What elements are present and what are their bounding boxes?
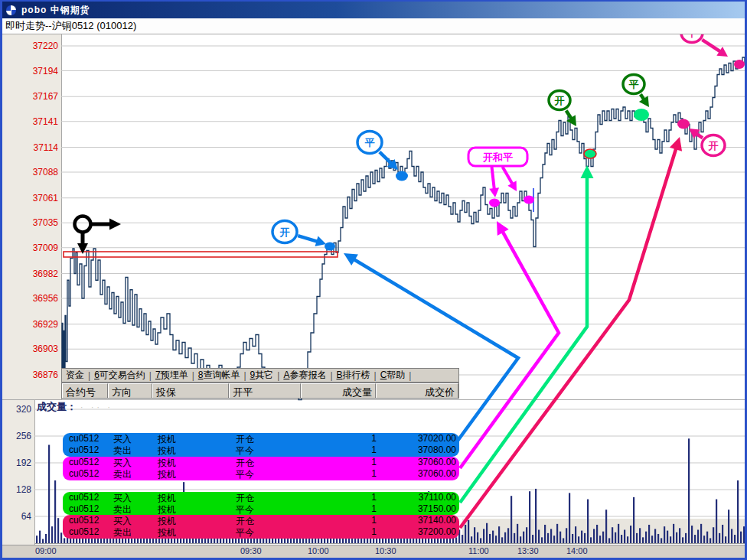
menu-item-9[interactable]: 9其它: [246, 369, 278, 382]
col-header-volume: 成交量: [301, 383, 376, 398]
volume-bar: [605, 510, 607, 543]
volume-bar: [648, 525, 650, 543]
cell-price: 37060.00: [390, 468, 456, 479]
table-row[interactable]: cu0512 买入 投机 开仓 1 37020.00: [63, 433, 459, 444]
price-axis-label: 36929: [5, 319, 58, 330]
cell-volume: 1: [323, 492, 377, 503]
cell-contract: cu0512: [69, 515, 99, 526]
price-axis-label: 37061: [5, 193, 58, 203]
volume-bar: [544, 525, 546, 543]
table-row[interactable]: cu0512 卖出 投机 平今 1 37200.00: [63, 526, 459, 538]
volume-bar: [694, 535, 696, 543]
cell-volume: 1: [323, 457, 377, 467]
volume-bar: [639, 528, 641, 543]
cell-price: 37200.00: [390, 526, 456, 537]
trade-menu-bar: 资金|6可交易合约|7预埋单|8查询帐单|9其它|A参赛报名|B排行榜|C帮助|: [61, 368, 459, 383]
volume-bar: [553, 536, 555, 543]
volume-bar: [697, 530, 699, 544]
volume-bar: [624, 530, 625, 544]
volume-bar: [578, 536, 579, 543]
price-axis-label: 37141: [5, 116, 58, 127]
volume-bar: [621, 535, 622, 543]
menu-item-资金[interactable]: 资金: [62, 369, 88, 382]
cell-volume: 1: [323, 503, 377, 514]
volume-bar: [602, 532, 604, 543]
volume-bar: [661, 538, 662, 543]
price-axis-label: 36956: [5, 293, 58, 304]
volume-bar: [532, 535, 533, 543]
app-window: pobo 中钢期货 即时走势--沪铜0512 (010012) 成交量： · ·…: [0, 0, 747, 560]
menu-item-A[interactable]: A参赛报名: [279, 369, 330, 382]
volume-bar: [529, 491, 530, 543]
cell-contract: cu0512: [69, 492, 99, 503]
volume-bar: [593, 529, 595, 543]
volume-bar: [596, 525, 598, 543]
volume-axis-label: 128: [3, 484, 31, 495]
volume-bar: [345, 538, 347, 543]
table-row[interactable]: cu0512 卖出 投机 平今 1 37080.00: [63, 444, 459, 456]
trade-row-group-green: cu0512 买入 投机 开仓 1 37110.00 cu0512 卖出 投机 …: [63, 492, 459, 515]
volume-bar: [612, 527, 613, 543]
volume-bar: [535, 489, 537, 543]
volume-bar: [465, 525, 466, 543]
table-row[interactable]: cu0512 买入 投机 开仓 1 37060.00: [63, 457, 459, 468]
volume-bar: [608, 538, 610, 543]
volume-bar: [734, 535, 736, 543]
volume-bar: [627, 536, 628, 543]
volume-bar: [195, 538, 197, 543]
volume-bar: [290, 538, 292, 543]
col-header-hedge: 投保: [152, 383, 229, 398]
volume-bar: [523, 532, 524, 543]
table-row[interactable]: cu0512 买入 投机 开仓 1 37110.00: [63, 492, 459, 503]
volume-bar: [498, 526, 500, 543]
volume-bar: [722, 525, 723, 543]
menu-item-7[interactable]: 7预埋单: [152, 369, 192, 382]
volume-bar: [504, 532, 506, 543]
volume-bar: [642, 537, 644, 543]
col-header-openclose: 开平: [229, 383, 300, 398]
menu-item-C[interactable]: C帮助: [377, 369, 409, 382]
volume-bar: [679, 528, 680, 543]
volume-bar: [541, 537, 543, 543]
time-axis-label: 10:00: [308, 546, 329, 555]
window-border-left: [0, 0, 2, 560]
chart-title-bar: 即时走势--沪铜0512 (010012): [2, 18, 745, 34]
volume-bar: [685, 533, 687, 543]
volume-axis-label: 192: [3, 457, 31, 468]
volume-bar: [474, 527, 475, 543]
cell-volume: 1: [323, 468, 377, 479]
table-row[interactable]: cu0512 卖出 投机 平今 1 37150.00: [63, 503, 459, 515]
price-axis-label: 37009: [5, 243, 58, 253]
price-axis-label: 37114: [5, 142, 58, 153]
volume-bar: [36, 536, 38, 543]
volume-bar: [737, 480, 739, 543]
volume-bar: [587, 500, 589, 543]
cell-volume: 1: [323, 444, 377, 455]
volume-bar: [60, 532, 62, 543]
volume-bar: [673, 524, 674, 543]
volume-axis-label: 256: [3, 431, 31, 441]
cell-volume: 1: [323, 433, 377, 444]
table-row[interactable]: cu0512 买入 投机 开仓 1 37140.00: [63, 515, 459, 526]
title-bar[interactable]: pobo 中钢期货: [2, 2, 745, 18]
volume-bar: [511, 496, 512, 543]
volume-bar: [483, 529, 484, 543]
volume-bar: [682, 537, 683, 543]
cell-price: 37080.00: [390, 444, 456, 455]
volume-bar: [51, 526, 53, 543]
volume-bar: [633, 497, 634, 543]
volume-info-faint: · ·· ·: [80, 403, 113, 412]
volume-bar: [667, 531, 668, 543]
menu-item-8[interactable]: 8查询帐单: [194, 369, 244, 382]
menu-item-B[interactable]: B排行榜: [333, 369, 374, 382]
cell-direction: 卖出: [113, 444, 132, 457]
volume-bar: [599, 536, 601, 543]
volume-bar: [691, 526, 693, 543]
table-row[interactable]: cu0512 卖出 投机 平今 1 37060.00: [63, 468, 459, 480]
volume-bar: [556, 524, 558, 543]
volume-bar: [713, 527, 714, 543]
cell-contract: cu0512: [69, 526, 99, 537]
volume-bar: [636, 533, 638, 543]
menu-item-6[interactable]: 6可交易合约: [90, 369, 149, 382]
volume-bar: [391, 538, 393, 543]
